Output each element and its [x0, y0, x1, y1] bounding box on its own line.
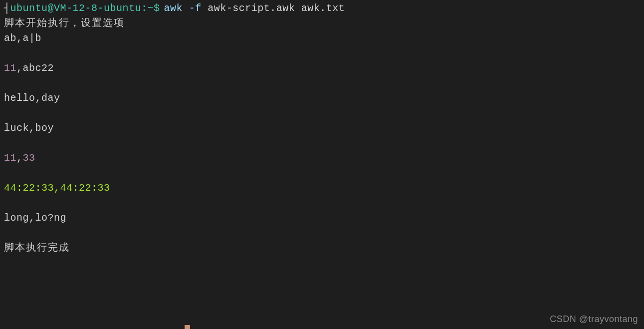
prompt-bracket: ┤: [4, 1, 10, 16]
terminal-output[interactable]: ┤ ubuntu@VM-12-8-ubuntu : ~ $ awk -f awk…: [0, 0, 644, 257]
output-line-6: 11,33: [4, 151, 640, 166]
output-line-9: 脚本执行完成: [4, 241, 640, 256]
output-num: 33: [23, 152, 35, 164]
output-text: ,abc22: [16, 62, 54, 74]
empty-line: [4, 136, 640, 151]
empty-line: [4, 46, 640, 61]
output-num: 11: [4, 152, 16, 164]
output-line-8: long,lo?ng: [4, 211, 640, 226]
output-line-2: ab,a|b: [4, 31, 640, 46]
output-line-3: 11,abc22: [4, 61, 640, 76]
output-line-4: hello,day: [4, 91, 640, 106]
prompt-line: ┤ ubuntu@VM-12-8-ubuntu : ~ $ awk -f awk…: [4, 1, 640, 16]
output-comma: ,: [16, 152, 23, 164]
cursor-indicator: [185, 325, 190, 329]
command: awk -f awk-script.awk awk.txt: [164, 1, 345, 16]
command-file: awk.txt: [301, 2, 345, 14]
watermark: CSDN @trayvontang: [550, 313, 638, 326]
empty-line: [4, 226, 640, 241]
empty-line: [4, 166, 640, 181]
prompt-path: ~: [148, 1, 154, 16]
prompt-user-host: ubuntu@VM-12-8-ubuntu: [10, 1, 142, 16]
command-awk: awk: [164, 2, 183, 14]
empty-line: [4, 196, 640, 211]
command-script: awk-script.awk: [208, 2, 295, 14]
bottom-bar: [0, 325, 644, 329]
output-line-5: luck,boy: [4, 121, 640, 136]
command-flag: -f: [189, 2, 202, 14]
prompt-dollar: $: [154, 1, 160, 16]
output-line-1: 脚本开始执行，设置选项: [4, 16, 640, 31]
empty-line: [4, 106, 640, 121]
output-line-7: 44:22:33,44:22:33: [4, 181, 640, 196]
empty-line: [4, 76, 640, 91]
output-num: 11: [4, 62, 16, 74]
prompt-colon: :: [141, 1, 148, 16]
